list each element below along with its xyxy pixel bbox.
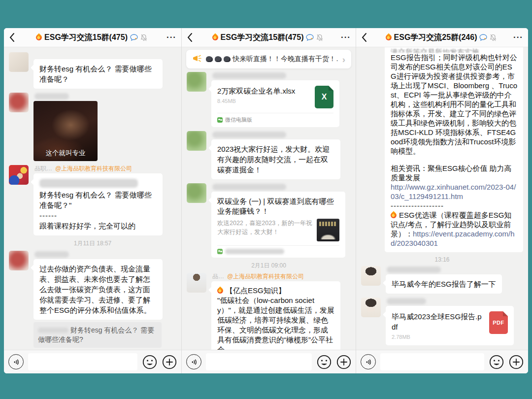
emoji-icon[interactable] [316,354,332,369]
file-card[interactable]: 毕马威2023全球ESG报告.pdf 2.78MB PDF [386,306,514,345]
file-name: 2万家双碳企业名单.xlsx [217,86,310,96]
message-file-xlsx: 2万家双碳企业名单.xlsx 8.45MB X 微信电脑版 [187,72,351,127]
bell-muted-icon [140,34,147,41]
chat-scroll-area-2[interactable]: 快来听直播！！今晚直播有干货！… › 2万家双碳企业名单.xlsx 8.45MB [182,47,356,350]
file-source: 微信电脑版 [217,113,333,127]
emoji-icon[interactable] [489,354,504,369]
quoted-reply: 财务转esg 有机会么？ 需要做哪些准备呢? [33,322,162,348]
back-button[interactable] [187,33,198,42]
timestamp: 13:16 [356,256,528,263]
avatar[interactable] [9,52,29,72]
more-menu-button[interactable]: ··· [338,33,351,42]
message-advice: 过去你做的资产负债表、现金流量表、损益表、未来你也要去了解怎么去做一张碳资产负债… [9,251,176,348]
avatar[interactable] [9,251,29,270]
message-file-pdf: 毕马威2023全球ESG报告.pdf 2.78MB PDF [361,298,523,345]
message-bubble: 财务转esg 有机会么？ 需要做哪些准备呢？ [33,59,163,89]
fire-icon [211,33,219,42]
source-name-redacted [225,249,284,254]
pdf-file-icon: PDF [489,311,508,334]
file-card[interactable]: 2万家双碳企业名单.xlsx 8.45MB X 微信电脑版 [211,80,339,127]
message-bubble: 过去你做的资产负债表、现金流量表、损益表、未来你也要去了解怎么去做一张碳资产负债… [33,259,163,320]
message-esg-knowledge: 品… @上海品职教育科技有限公司 【亿点ESG知识】 "低碳社会（low-car… [187,273,351,350]
emoji-icon[interactable] [142,354,157,369]
avatar[interactable] [361,266,381,286]
article-description: 欢送2022，喜迎2023，新的一年祝大家行好运，发大财！ [217,219,313,241]
scooter-emoji [224,56,231,62]
chat-scroll-area-1[interactable]: 财务转esg 有机会么？ 需要做哪些准备呢？ 这个就叫专业 品职… @上海品职教… [4,47,181,350]
voice-icon[interactable] [361,354,376,369]
article-link-card[interactable]: 双碳业务 (一) | 双碳赛道到底有哪些业务能赚钱？！ 欢送2022，喜迎202… [211,192,345,258]
sender-name-redacted [34,251,163,258]
announcement-banner[interactable]: 快来听直播！！今晚直播有干货！… › [186,50,351,68]
enterprise-tag: @上海品职教育科技有限公司 [227,272,304,281]
message-input[interactable] [380,353,484,370]
plus-icon[interactable] [162,354,177,369]
voice-icon[interactable] [8,354,24,369]
message-question: 财务转esg 有机会么？ 需要做哪些准备呢？ [9,52,176,89]
chat-title: ESG学习交流15群(475) [198,33,338,43]
avatar-pinzhi[interactable] [187,273,206,293]
source-icon [217,249,223,254]
file-name: 毕马威2023全球ESG报告.pdf [392,311,484,332]
plus-icon[interactable] [336,354,351,369]
chat-title-text: ESG学习交流15群(475) [221,33,304,43]
more-menu-button[interactable]: ··· [164,33,176,42]
message-bubble: 2023祝大家行好运，发大财。欢迎有兴趣的朋友随时交流，一起在双碳赛道掘金！ [211,139,340,179]
enterprise-tag: @上海品职教育科技有限公司 [55,165,132,173]
news-link[interactable]: http://www.gz.xinhuanet.com/2023-04/03/c… [391,182,517,201]
chat-panel-1: ESG学习交流15群(475) ··· 财务转esg 有机会么？ 需要做哪些准备… [4,28,181,373]
scooter-emoji [206,56,213,62]
plus-icon[interactable] [508,354,524,369]
sender-name: 品… @上海品职教育科技有限公司 [212,273,340,280]
file-size: 8.45MB [217,98,310,104]
chat-title-text: ESG学习交流25群(246) [394,33,477,43]
message-video: 这个就叫专业 [9,93,176,161]
sender-name-redacted [387,266,502,273]
voice-icon[interactable] [186,354,201,369]
article-source [217,245,339,258]
excel-file-icon: X [315,86,333,108]
chat-panel-3: ESG学习交流25群(246) ··· 港交所等交易所均发布实施 ESG报告指引… [356,28,528,373]
video-caption: 这个就叫专业 [33,149,98,158]
more-menu-button[interactable]: ··· [510,33,523,42]
message-link-card: 双碳业务 (一) | 双碳赛道到底有哪些业务能赚钱？！ 欢送2022，喜迎202… [187,183,351,258]
message-input[interactable] [28,353,137,370]
avatar-pinzhi[interactable] [9,165,29,185]
fire-icon [390,211,398,220]
sender-name-redacted [387,298,514,304]
back-button[interactable] [361,33,372,42]
chat-bubble-icon [479,34,487,41]
chat-title: ESG学习交流15群(475) [20,33,164,43]
timestamp: 2月1日 09:00 [182,262,356,270]
chat-scroll-area-3[interactable]: 港交所等交易所均发布实施 ESG报告指引；同时评级机构也针对公司发布的ESG相关… [356,47,528,350]
input-bar-1 [4,350,181,373]
message-input[interactable] [206,353,312,370]
input-bar-3 [356,350,528,373]
back-button[interactable] [9,33,20,42]
sender-name: 品职… @上海品职教育科技有限公司 [34,165,163,172]
message-esg-rating: 港交所等交易所均发布实施 ESG报告指引；同时评级机构也针对公司发布的ESG相关… [385,47,523,252]
chat-bubble-icon [306,34,314,41]
chat-title: ESG学习交流25群(246) [372,33,510,43]
file-size: 2.78MB [392,334,484,340]
chat-panel-2: ESG学习交流15群(475) ··· 快来听直播！！今晚直 [181,28,356,373]
fire-icon [216,287,225,295]
sender-name-redacted [212,183,340,190]
redacted-quote-line [39,179,138,188]
article-thumbnail [317,219,339,241]
clipped-text-line: 港交所等交易所均发布实施 [391,47,517,53]
wechat-icon [217,117,223,123]
megaphone-icon [192,54,202,64]
message-pinzhi-reply: 品职… @上海品职教育科技有限公司 财务转esg 有机会么？ 需要做哪些准备呢？… [9,165,176,235]
sender-name-redacted [212,72,339,79]
chat-header-3: ESG学习交流25群(246) ··· [356,28,528,47]
chat-bubble-icon [130,34,138,41]
avatar[interactable] [361,298,381,317]
avatar[interactable] [187,72,206,92]
bell-muted-icon [316,34,323,41]
video-thumbnail[interactable]: 这个就叫专业 [33,101,98,161]
avatar[interactable] [187,183,206,203]
chevron-right-icon: › [342,55,345,64]
avatar[interactable] [187,131,206,151]
avatar[interactable] [9,93,29,112]
